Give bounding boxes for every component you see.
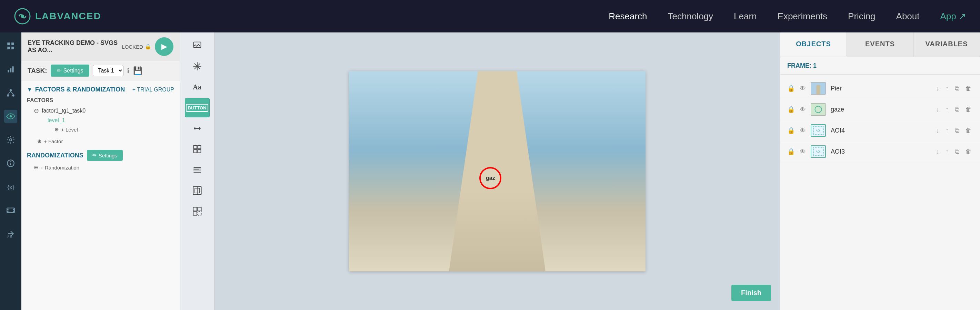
svg-rect-47 — [816, 85, 820, 94]
svg-point-10 — [7, 94, 9, 97]
gaze-up-arrow[interactable]: ↑ — [944, 105, 950, 114]
gaze-name: gaze — [831, 106, 930, 113]
gaze-copy-icon[interactable]: ⧉ — [953, 105, 961, 114]
factors-panel: EYE TRACKING DEMO - SVGS AS AO... LOCKED… — [21, 32, 180, 310]
gaze-actions: ↓ ↑ ⧉ 🗑 — [935, 105, 973, 114]
sidebar-eye-icon[interactable] — [4, 110, 17, 123]
svg-rect-43 — [197, 207, 201, 211]
sidebar-gear-icon[interactable] — [4, 133, 17, 146]
gaze-thumb — [811, 103, 826, 116]
sidebar-grid-icon[interactable] — [4, 39, 17, 53]
factor-item: ⊖ factor1_tg1_task0 — [34, 107, 174, 115]
minus-icon[interactable]: ⊖ — [34, 107, 39, 115]
task-info-icon[interactable]: ℹ — [127, 67, 130, 75]
nav-experiments[interactable]: Experiments — [778, 11, 827, 22]
sidebar-node-icon[interactable] — [4, 86, 17, 99]
text-tool[interactable]: Aa — [185, 77, 210, 97]
svg-rect-22 — [7, 211, 8, 212]
svg-rect-23 — [13, 209, 14, 210]
pier-up-arrow[interactable]: ↑ — [944, 84, 950, 93]
factors-section-header: ▼ FACTORS & RANDOMIZATION + TRIAL GROUP — [27, 86, 174, 93]
image-tool[interactable] — [185, 36, 210, 55]
nav-learn[interactable]: Learn — [734, 11, 757, 22]
pier-thumb — [811, 82, 826, 94]
object-row-aoi4: 🔒 👁 AOI AOI4 ↓ ↑ ⧉ 🗑 — [780, 120, 980, 141]
align-tool[interactable] — [185, 160, 210, 179]
nav-app[interactable]: App ↗ — [940, 11, 967, 22]
add-randomization-button[interactable]: ⊕ + Randomization — [27, 164, 174, 171]
svg-rect-20 — [7, 208, 14, 213]
aoi4-delete-icon[interactable]: 🗑 — [964, 126, 973, 135]
task-label: TASK: — [28, 67, 47, 75]
nav-links: Research Technology Learn Experiments Pr… — [609, 11, 966, 22]
main-layout: {x} A B EYE TRACKING DEMO - SVGS AS AO..… — [0, 32, 980, 310]
sidebar-variable-icon[interactable]: {x} — [4, 180, 17, 193]
svg-rect-24 — [13, 211, 14, 212]
svg-point-9 — [10, 89, 12, 91]
aoi4-copy-icon[interactable]: ⧉ — [953, 126, 961, 135]
task-select[interactable]: Task 1 — [93, 65, 123, 76]
add-level-button[interactable]: ⊕ + Level — [34, 126, 174, 133]
snowflake-tool[interactable] — [185, 57, 210, 76]
grid-layout-tool[interactable] — [185, 139, 210, 159]
svg-rect-3 — [11, 42, 14, 45]
svg-rect-7 — [10, 68, 11, 72]
svg-rect-38 — [193, 169, 201, 171]
aoi3-down-arrow[interactable]: ↓ — [935, 147, 941, 156]
svg-rect-44 — [193, 212, 197, 216]
pier-actions: ↓ ↑ ⧉ 🗑 — [935, 84, 973, 93]
sidebar-flow-icon[interactable]: A B — [4, 227, 17, 240]
add-factor-button[interactable]: ⊕ + Factor — [27, 138, 174, 144]
svg-text:A B: A B — [7, 235, 12, 238]
aoi4-down-arrow[interactable]: ↓ — [935, 126, 941, 135]
tab-variables[interactable]: VARIABLES — [913, 32, 980, 57]
nav-technology[interactable]: Technology — [668, 11, 713, 22]
svg-rect-34 — [197, 149, 201, 153]
aoi3-thumb: AOI — [811, 145, 826, 158]
finish-button[interactable]: Finish — [731, 285, 771, 301]
aoi3-delete-icon[interactable]: 🗑 — [964, 147, 973, 156]
nav-research[interactable]: Research — [609, 11, 647, 22]
nav-about[interactable]: About — [896, 11, 920, 22]
lock-icon: 🔒 — [145, 43, 151, 50]
pier-delete-icon[interactable]: 🗑 — [964, 84, 973, 93]
pier-eye-icon[interactable]: 👁 — [800, 85, 806, 92]
svg-rect-45 — [197, 212, 201, 216]
save-icon[interactable]: 💾 — [133, 66, 142, 75]
aoi3-lock-icon: 🔒 — [787, 148, 795, 155]
object-row-gaze: 🔒 👁 gaze ↓ ↑ ⧉ 🗑 — [780, 99, 980, 120]
sidebar-chart-icon[interactable] — [4, 63, 17, 76]
nav-pricing[interactable]: Pricing — [848, 11, 875, 22]
task-settings-button[interactable]: ✏ Settings — [51, 65, 90, 77]
tab-objects[interactable]: OBJECTS — [780, 32, 847, 57]
center-tool[interactable] — [185, 181, 210, 200]
svg-rect-48 — [811, 104, 826, 115]
button-tool[interactable]: BUTTON — [185, 98, 210, 117]
task-title: EYE TRACKING DEMO - SVGS AS AO... — [28, 39, 118, 54]
sidebar-info-icon[interactable] — [4, 157, 17, 170]
pier-copy-icon[interactable]: ⧉ — [953, 84, 961, 93]
canvas-frame: gaz — [349, 71, 646, 271]
layers-tool[interactable] — [185, 201, 210, 221]
svg-rect-6 — [8, 70, 9, 72]
arrows-tool[interactable] — [185, 119, 210, 138]
aoi3-eye-icon[interactable]: 👁 — [800, 148, 806, 155]
aoi3-up-arrow[interactable]: ↑ — [944, 147, 950, 156]
aoi3-actions: ↓ ↑ ⧉ 🗑 — [935, 147, 973, 156]
pier-down-arrow[interactable]: ↓ — [935, 84, 941, 93]
tab-events[interactable]: EVENTS — [847, 32, 913, 57]
sidebar-film-icon[interactable] — [4, 204, 17, 217]
aoi4-up-arrow[interactable]: ↑ — [944, 126, 950, 135]
play-button[interactable]: ▶ — [155, 37, 173, 56]
randomization-settings-button[interactable]: ✏ Settings — [87, 150, 123, 161]
svg-rect-2 — [7, 42, 10, 45]
aoi4-eye-icon[interactable]: 👁 — [800, 127, 806, 134]
gaze-delete-icon[interactable]: 🗑 — [964, 105, 973, 114]
trial-group-button[interactable]: + TRIAL GROUP — [132, 87, 174, 93]
aoi4-lock-icon: 🔒 — [787, 127, 795, 134]
pier-name: Pier — [831, 85, 930, 92]
gaze-eye-icon[interactable]: 👁 — [800, 106, 806, 113]
collapse-icon[interactable]: ▼ — [27, 87, 32, 93]
gaze-down-arrow[interactable]: ↓ — [935, 105, 941, 114]
aoi3-copy-icon[interactable]: ⧉ — [953, 147, 961, 156]
